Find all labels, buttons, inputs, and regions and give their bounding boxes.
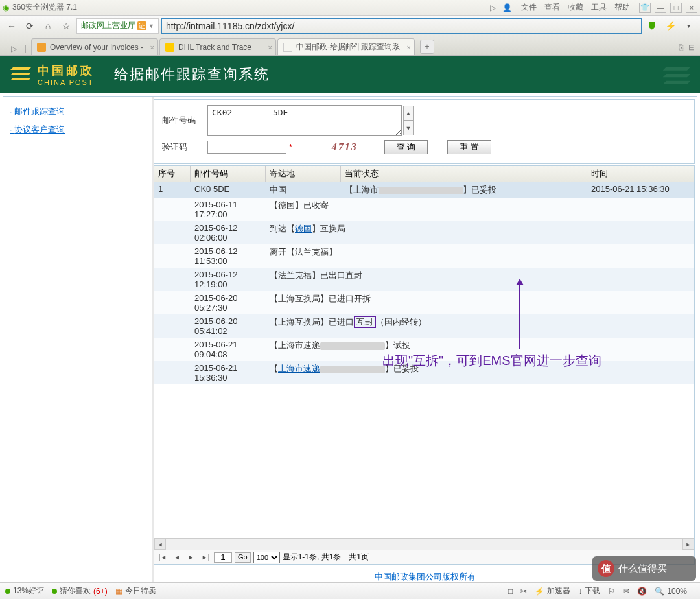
flag-icon[interactable]: ⚐ — [608, 587, 615, 596]
cell-eventtime: 2015-06-21 09:04:08 — [191, 338, 266, 361]
calendar-icon: ▦ — [115, 587, 122, 596]
maximize-button[interactable]: □ — [670, 3, 682, 13]
cell-eventtime: 2015-06-20 05:27:30 — [191, 291, 266, 314]
horizontal-scrollbar[interactable]: ◄ ► — [154, 538, 694, 550]
table-row: 2015-06-20 05:41:02【上海互换局】已进口互封（国内经转） — [154, 314, 694, 338]
captcha-input[interactable] — [207, 141, 286, 154]
logo-text: 中国邮政 CHINA POST — [38, 63, 95, 86]
scroll-down-icon[interactable]: ▼ — [403, 121, 414, 135]
page-prev-button[interactable]: ◄ — [171, 552, 183, 563]
restore-tab-icon[interactable]: ⎘ — [679, 43, 683, 52]
cell-eventtime: 2015-06-12 12:19:00 — [191, 268, 266, 291]
page-first-button[interactable]: |◄ — [157, 552, 169, 563]
watermark-icon: 值 — [598, 560, 614, 577]
main-panel: 邮件号码 CK02 5DE ▲ ▼ 验证码 * 4713 查 询 重 置 序号 … — [154, 97, 697, 588]
zoom-level[interactable]: 100% — [667, 587, 687, 596]
url-text: http://intmail.11185.cn/zdxt/yjcx/ — [166, 21, 294, 31]
address-bar[interactable]: http://intmail.11185.cn/zdxt/yjcx/ — [161, 18, 642, 34]
page-last-button[interactable]: ►| — [200, 552, 211, 563]
download-label[interactable]: 下载 — [585, 585, 600, 596]
mute-icon[interactable]: 🔇 — [637, 587, 647, 596]
tab-favicon-icon — [283, 43, 292, 52]
cell-mail: CK0 5DE — [191, 182, 266, 198]
sidebar-item-tracking[interactable]: 邮件跟踪查询 — [10, 106, 146, 117]
cert-badge: 证 — [137, 21, 146, 30]
today-sale[interactable]: 今日特卖 — [125, 585, 156, 596]
tab-close-icon[interactable]: × — [268, 43, 272, 51]
watermark-text: 什么值得买 — [618, 563, 667, 575]
user-icon[interactable]: 👤 — [502, 3, 512, 12]
tab-menu-icon[interactable]: ⊟ — [688, 43, 695, 52]
tab-invoices[interactable]: Overview of your invoices - × — [31, 38, 158, 55]
annotation-arrow — [519, 284, 520, 349]
url-dropdown-icon[interactable]: ▾ — [681, 18, 696, 34]
new-tab-button[interactable]: + — [420, 40, 434, 54]
window-titlebar: ◉ 360安全浏览器 7.1 ▷ 👤 文件 查看 收藏 工具 帮助 👕 — □ … — [0, 0, 700, 16]
scroll-up-icon[interactable]: ▲ — [403, 106, 414, 121]
menu-tools[interactable]: 工具 — [591, 2, 607, 13]
minimize-button[interactable]: — — [655, 3, 666, 13]
header-watermark-icon — [659, 64, 695, 91]
cell-seq: 1 — [154, 182, 191, 198]
menu-help[interactable]: 帮助 — [614, 2, 630, 13]
refresh-button[interactable]: ⟳ — [22, 18, 38, 34]
scroll-right-icon[interactable]: ► — [682, 539, 694, 550]
tab-dhl[interactable]: DHL Track and Trace × — [159, 38, 276, 55]
page-go-button[interactable]: Go — [235, 552, 251, 563]
like-percent[interactable]: 13%好评 — [13, 585, 44, 596]
scroll-left-icon[interactable]: ◄ — [154, 539, 166, 550]
tab-close-icon[interactable]: × — [150, 43, 154, 51]
tab-strip: ▷ | Overview of your invoices - × DHL Tr… — [0, 36, 700, 56]
mail-icon[interactable]: ✉ — [623, 587, 629, 596]
skin-button[interactable]: 👕 — [639, 3, 651, 13]
device-icon[interactable]: □ — [508, 587, 513, 596]
menu-favorites[interactable]: 收藏 — [568, 2, 583, 13]
cell-eventtext: 【德国】已收寄 — [266, 198, 332, 221]
mail-number-textarea[interactable]: CK02 5DE — [207, 105, 402, 136]
menu-view[interactable]: 查看 — [544, 2, 560, 13]
cell-eventtext: 到达【德国】互换局 — [266, 221, 349, 244]
tab-chinapost[interactable]: 中国邮政-给据邮件跟踪查询系 × — [277, 38, 415, 55]
sidebar-item-contract[interactable]: 协议客户查询 — [10, 124, 146, 135]
flash-icon[interactable]: ⚡ — [662, 18, 678, 34]
annotation-text: 出现"互拆"，可到EMS官网进一步查询 — [382, 352, 601, 370]
menu-file[interactable]: 文件 — [521, 2, 537, 13]
page-title: 给据邮件跟踪查询系统 — [114, 65, 270, 84]
site-identity[interactable]: 邮政网上营业厅 证 ▼ — [76, 18, 159, 34]
browser-logo-icon: ◉ — [3, 3, 9, 12]
query-button[interactable]: 查 询 — [384, 140, 428, 154]
back-button[interactable]: ← — [4, 18, 19, 34]
table-row: 2015-06-12 11:53:00离开【法兰克福】 — [154, 244, 694, 268]
guess-like[interactable]: 猜你喜欢 — [60, 585, 91, 596]
cell-eventtime: 2015-06-12 11:53:00 — [191, 244, 266, 268]
page-info: 显示1-1条, 共1条 共1页 — [283, 552, 369, 563]
guess-count: (6+) — [93, 587, 108, 596]
download-icon: ↓ — [578, 587, 582, 596]
page-next-button[interactable]: ► — [185, 552, 197, 563]
close-button[interactable]: × — [686, 3, 697, 13]
favorite-button[interactable]: ☆ — [58, 18, 74, 34]
sidebar: 邮件跟踪查询 协议客户查询 — [3, 97, 154, 588]
tab-history-back-icon[interactable]: ▷ — [8, 42, 19, 55]
zoom-icon: 🔍 — [655, 587, 664, 596]
page-size-select[interactable]: 100 — [253, 552, 280, 563]
tab-label: Overview of your invoices - — [50, 43, 143, 52]
scissors-icon[interactable]: ✂ — [520, 587, 527, 596]
page-input[interactable] — [214, 552, 232, 563]
tab-favicon-icon — [37, 43, 46, 52]
logo-chinese: 中国邮政 — [38, 63, 95, 78]
logo-english: CHINA POST — [38, 78, 95, 86]
table-row-main[interactable]: 1 CK0 5DE 中国 【上海市】已妥投 2015-06-21 15:36:3… — [154, 182, 694, 198]
browser-statusbar: 13%好评 猜你喜欢(6+) ▦今日特卖 □ ✂ ⚡加速器 ↓下载 ⚐ ✉ 🔇 … — [0, 582, 700, 599]
captcha-image[interactable]: 4713 — [325, 140, 365, 154]
cell-eventtext: 【上海互换局】已进口开拆 — [266, 291, 375, 314]
col-seq: 序号 — [154, 166, 191, 182]
tab-close-icon[interactable]: × — [407, 43, 411, 51]
home-button[interactable]: ⌂ — [40, 18, 56, 34]
chinapost-logo-icon — [9, 65, 32, 84]
required-marker: * — [289, 143, 292, 152]
wallet-icon[interactable]: ⛊ — [644, 18, 660, 34]
site-name: 邮政网上营业厅 — [81, 20, 135, 31]
reset-button[interactable]: 重 置 — [447, 140, 491, 154]
accelerator[interactable]: 加速器 — [547, 585, 570, 596]
